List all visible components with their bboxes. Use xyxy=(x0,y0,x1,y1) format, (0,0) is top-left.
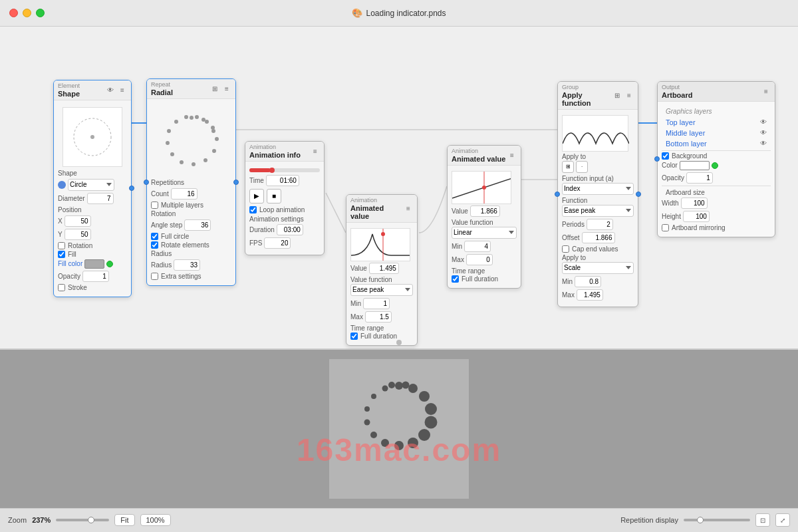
apply-fn-min-input[interactable] xyxy=(575,276,601,287)
zoom100-button[interactable]: 100% xyxy=(140,514,171,526)
svg-point-30 xyxy=(425,416,438,428)
fit-button[interactable]: Fit xyxy=(114,514,134,526)
node-editor[interactable]: Element Shape 👁 ≡ Shape xyxy=(0,27,798,350)
y-input[interactable] xyxy=(65,229,91,240)
radial-eye-icon[interactable]: ⊞ xyxy=(210,84,219,93)
multiple-layers-checkbox[interactable] xyxy=(151,201,158,209)
val2-value-input[interactable] xyxy=(470,205,500,217)
output-opacity-input[interactable] xyxy=(686,172,713,184)
bottom-layer-eye[interactable]: 👁 xyxy=(760,140,767,147)
svg-point-26 xyxy=(395,382,403,390)
rotate-elements-checkbox[interactable] xyxy=(151,241,158,249)
rotation-checkbox[interactable] xyxy=(58,242,65,249)
anim-info-menu-icon[interactable]: ≡ xyxy=(311,146,320,156)
radius-input[interactable] xyxy=(174,259,200,271)
background-checkbox[interactable] xyxy=(662,152,669,160)
svg-point-9 xyxy=(212,149,216,153)
view-mode-btn1[interactable]: ⊡ xyxy=(755,513,770,527)
svg-point-40 xyxy=(388,382,395,388)
circle-color-indicator xyxy=(58,181,66,189)
anim-info-title: Animation info xyxy=(249,151,301,159)
width-input[interactable] xyxy=(681,198,708,209)
radial-output-port xyxy=(233,180,239,185)
play-button[interactable]: ▶ xyxy=(249,189,264,203)
top-layer-eye[interactable]: 👁 xyxy=(760,118,767,126)
svg-point-16 xyxy=(174,120,178,124)
shape-select[interactable]: Circle xyxy=(68,179,114,191)
val1-value-input[interactable] xyxy=(369,263,399,274)
val1-min-input[interactable] xyxy=(363,298,390,309)
offset-input[interactable] xyxy=(582,232,615,243)
apply-fn-menu-icon[interactable]: ≡ xyxy=(624,90,634,100)
angle-step-input[interactable] xyxy=(184,219,211,231)
svg-point-28 xyxy=(419,391,430,402)
val2-min-input[interactable] xyxy=(464,241,491,252)
zoom-label: Zoom xyxy=(8,516,27,524)
x-input[interactable] xyxy=(65,215,91,227)
fn-select[interactable]: Ease peak xyxy=(562,205,634,217)
val1-full-duration-checkbox[interactable] xyxy=(350,332,358,340)
progress-handle xyxy=(269,168,275,173)
anim-val2-menu-icon[interactable]: ≡ xyxy=(507,150,517,160)
loop-checkbox[interactable] xyxy=(249,206,257,213)
stop-button[interactable]: ■ xyxy=(267,189,281,203)
count-input[interactable] xyxy=(171,188,198,200)
close-button[interactable] xyxy=(9,9,18,17)
val2-full-duration-checkbox[interactable] xyxy=(452,275,459,283)
svg-point-20 xyxy=(211,129,215,133)
anim-val1-menu-icon[interactable]: ≡ xyxy=(404,203,413,213)
val2-max-label: Max xyxy=(452,256,464,263)
minimize-button[interactable] xyxy=(23,9,31,17)
rep-thumb[interactable] xyxy=(697,517,704,523)
svg-point-34 xyxy=(381,439,389,447)
fill-color-swatch[interactable] xyxy=(84,259,104,269)
fn-input-select[interactable]: Index xyxy=(562,183,634,195)
radial-input-port xyxy=(144,180,149,185)
fps-input[interactable] xyxy=(264,237,291,249)
mirroring-label: Artboard mirroring xyxy=(672,224,726,231)
val1-max-input[interactable] xyxy=(365,311,392,323)
progress-bar[interactable] xyxy=(249,168,320,172)
top-layer-row[interactable]: Top layer 👁 xyxy=(662,117,771,128)
fill-checkbox[interactable] xyxy=(58,251,65,258)
menu-icon[interactable]: ≡ xyxy=(118,85,127,94)
cap-end-checkbox[interactable] xyxy=(562,245,569,253)
opacity-input[interactable] xyxy=(82,271,109,282)
apply-to-dot-btn[interactable]: · xyxy=(576,161,588,173)
time-input[interactable] xyxy=(266,175,299,186)
duration-input[interactable] xyxy=(277,224,303,235)
zoom-slider[interactable] xyxy=(56,519,109,521)
val2-max-input[interactable] xyxy=(466,254,493,265)
view-mode-btn2[interactable]: ⤢ xyxy=(775,513,790,527)
middle-layer-eye[interactable]: 👁 xyxy=(760,129,767,136)
rotate-elements-label: Rotate elements xyxy=(161,241,209,249)
eye-icon[interactable]: 👁 xyxy=(106,85,115,94)
full-circle-checkbox[interactable] xyxy=(151,233,158,240)
output-menu-icon[interactable]: ≡ xyxy=(761,86,771,96)
zoom-thumb[interactable] xyxy=(88,517,94,523)
apply-fn-grid-icon[interactable]: ⊞ xyxy=(612,90,622,100)
mirroring-checkbox[interactable] xyxy=(662,224,669,231)
height-input[interactable] xyxy=(683,211,710,222)
color-swatch[interactable] xyxy=(680,161,710,170)
anim-settings-label: Animation settings xyxy=(249,215,320,223)
extra-settings-checkbox[interactable] xyxy=(151,273,158,280)
radial-menu-icon[interactable]: ≡ xyxy=(222,84,231,93)
apply-fn-max-input[interactable] xyxy=(577,289,603,301)
apply-to2-select[interactable]: Scale xyxy=(562,262,634,274)
val1-fn-select[interactable]: Ease peak xyxy=(350,284,413,296)
val2-fn-select[interactable]: Linear xyxy=(452,227,517,239)
diameter-input[interactable] xyxy=(87,193,114,204)
anim-val2-chart xyxy=(452,171,511,204)
periods-input[interactable] xyxy=(587,219,613,230)
apply-to-grid-btn[interactable]: ⊞ xyxy=(562,161,574,173)
repetition-slider[interactable] xyxy=(684,519,750,521)
maximize-button[interactable] xyxy=(36,9,45,17)
svg-point-29 xyxy=(425,403,437,415)
bottom-layer-row[interactable]: Bottom layer 👁 xyxy=(662,138,771,149)
apply-to2-label: Apply to xyxy=(562,254,634,261)
middle-layer-row[interactable]: Middle layer 👁 xyxy=(662,128,771,138)
file-icon: 🎨 xyxy=(352,8,362,18)
output-header: Output Artboard ≡ xyxy=(658,82,775,102)
stroke-checkbox[interactable] xyxy=(58,284,65,291)
